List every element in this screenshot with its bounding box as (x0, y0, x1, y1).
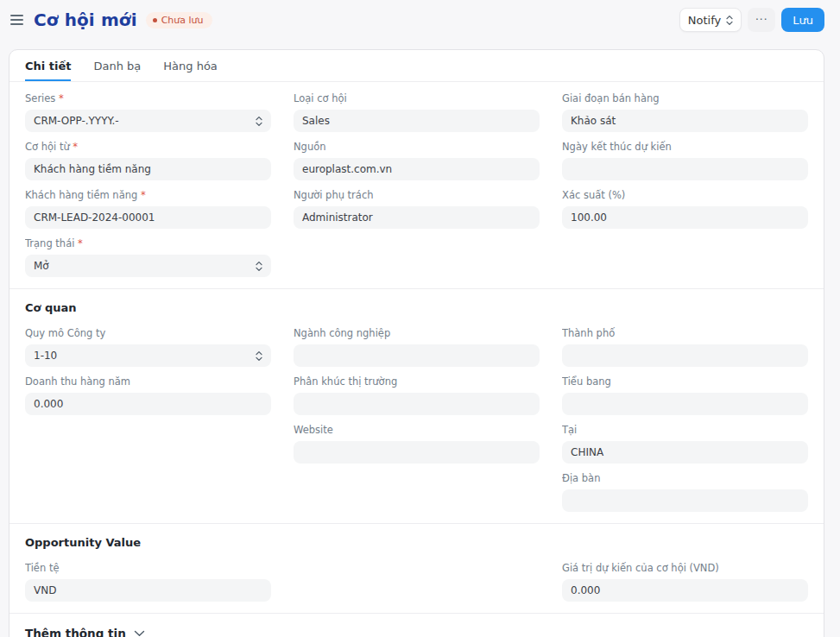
tab-details[interactable]: Chi tiết (25, 50, 71, 81)
field-status: Trạng thái Mở (25, 237, 271, 277)
field-label: Người phụ trách (294, 189, 540, 201)
section-title: Thêm thông tin (25, 627, 126, 637)
field-label: Ngày kết thúc dự kiến (562, 141, 808, 153)
field-label: Tiền tệ (25, 562, 271, 574)
section-title: Cơ quan (25, 301, 808, 314)
series-select[interactable]: CRM-OPP-.YYYY.- (25, 110, 271, 132)
tab-contacts[interactable]: Danh bạ (93, 50, 141, 81)
lead-value: CRM-LEAD-2024-00001 (34, 211, 155, 224)
organization-column-2: Ngành công nghiệp Phân khúc thị trường W… (294, 327, 540, 472)
notify-button[interactable]: Notify (679, 8, 742, 32)
field-label: Xác suất (%) (562, 189, 808, 201)
chevron-down-icon (134, 630, 145, 637)
chevron-updown-icon (256, 350, 262, 362)
section-details: Series CRM-OPP-.YYYY.- Cơ hội từ Khách h… (9, 82, 824, 289)
field-currency: Tiền tệ VND (25, 562, 271, 602)
website-input[interactable] (294, 441, 540, 464)
owner-input[interactable]: Administrator (294, 206, 540, 229)
details-column-2: Loại cơ hội Sales Nguồn europlast.com.vn… (294, 92, 540, 237)
status-badge-label: Chưa lưu (161, 15, 204, 26)
field-label: Nguồn (294, 141, 540, 153)
source-input[interactable]: europlast.com.vn (294, 158, 540, 180)
city-input[interactable] (562, 344, 808, 367)
save-button[interactable]: Lưu (781, 8, 824, 32)
field-lead: Khách hàng tiềm năng CRM-LEAD-2024-00001 (25, 189, 271, 229)
field-expected-closing: Ngày kết thúc dự kiến (562, 141, 808, 180)
field-annual-revenue: Doanh thu hàng năm 0.000 (25, 375, 271, 415)
more-options-button[interactable]: ··· (748, 8, 775, 32)
details-column-3: Giai đoạn bán hàng Khảo sát Ngày kết thú… (562, 92, 808, 237)
field-label: Series (25, 92, 271, 104)
field-label: Trạng thái (25, 237, 271, 249)
field-label: Phân khúc thị trường (294, 375, 540, 388)
form-card: Chi tiết Danh bạ Hàng hóa Series CRM-OPP… (9, 49, 824, 637)
field-label: Tiểu bang (562, 375, 808, 388)
probability-value: 100.00 (571, 211, 607, 224)
opportunity-type-input[interactable]: Sales (294, 110, 540, 132)
field-label: Website (294, 424, 540, 436)
field-opportunity-type: Loại cơ hội Sales (294, 92, 540, 132)
hamburger-icon[interactable] (9, 11, 25, 28)
territory-input[interactable] (562, 489, 808, 512)
header-actions: Notify ··· Lưu (679, 8, 824, 32)
field-label: Giá trị dự kiến của cơ hội (VND) (562, 562, 808, 574)
chevron-updown-icon (726, 15, 733, 26)
form-tabs: Chi tiết Danh bạ Hàng hóa (9, 50, 824, 82)
company-size-value: 1-10 (34, 350, 57, 362)
field-sales-stage: Giai đoạn bán hàng Khảo sát (562, 92, 808, 132)
field-label: Doanh thu hàng năm (25, 375, 271, 388)
field-city: Thành phố (562, 327, 808, 367)
field-territory: Địa bàn (562, 472, 808, 512)
field-website: Website (294, 424, 540, 464)
tab-items[interactable]: Hàng hóa (163, 50, 218, 81)
field-company-size: Quy mô Công ty 1-10 (25, 327, 271, 367)
field-owner: Người phụ trách Administrator (294, 189, 540, 229)
market-segment-input[interactable] (294, 393, 540, 415)
opportunity-from-input[interactable]: Khách hàng tiềm năng (25, 158, 271, 180)
field-opportunity-amount: Giá trị dự kiến của cơ hội (VND) 0.000 (562, 562, 808, 602)
organization-column-3: Thành phố Tiểu bang Tại CHINA (562, 327, 808, 520)
annual-revenue-input[interactable]: 0.000 (25, 393, 271, 415)
field-label: Quy mô Công ty (25, 327, 271, 339)
owner-value: Administrator (302, 211, 373, 224)
opportunity-amount-input[interactable]: 0.000 (562, 579, 808, 602)
field-opportunity-from: Cơ hội từ Khách hàng tiềm năng (25, 141, 271, 180)
status-dot-icon (153, 18, 157, 22)
field-label: Khách hàng tiềm năng (25, 189, 271, 201)
opportunity-amount-value: 0.000 (571, 584, 600, 596)
field-label: Địa bàn (562, 472, 808, 484)
field-label: Cơ hội từ (25, 141, 271, 153)
currency-value: VND (34, 584, 56, 596)
section-organization: Cơ quan Quy mô Công ty 1-10 Doanh thu hà… (9, 289, 824, 524)
field-label: Giai đoạn bán hàng (562, 92, 808, 104)
expected-closing-input[interactable] (562, 158, 808, 180)
status-select[interactable]: Mở (25, 255, 271, 277)
probability-input[interactable]: 100.00 (562, 206, 808, 229)
field-market-segment: Phân khúc thị trường (294, 375, 540, 415)
organization-column-1: Quy mô Công ty 1-10 Doanh thu hàng năm 0… (25, 327, 271, 424)
field-state: Tiểu bang (562, 375, 808, 415)
sales-stage-value: Khảo sát (571, 115, 616, 127)
company-size-select[interactable]: 1-10 (25, 344, 271, 367)
field-country: Tại CHINA (562, 424, 808, 464)
opportunity-value-column-3: Giá trị dự kiến của cơ hội (VND) 0.000 (562, 562, 808, 610)
opportunity-type-value: Sales (302, 115, 330, 127)
country-input[interactable]: CHINA (562, 441, 808, 464)
ellipsis-icon: ··· (755, 14, 767, 26)
lead-input[interactable]: CRM-LEAD-2024-00001 (25, 206, 271, 229)
field-probability: Xác suất (%) 100.00 (562, 189, 808, 229)
more-info-toggle[interactable]: Thêm thông tin (25, 624, 808, 637)
notify-button-label: Notify (688, 14, 721, 27)
details-column-1: Series CRM-OPP-.YYYY.- Cơ hội từ Khách h… (25, 92, 271, 286)
currency-input[interactable]: VND (25, 579, 271, 602)
status-badge: Chưa lưu (146, 12, 212, 28)
field-label: Tại (562, 424, 808, 436)
industry-input[interactable] (294, 344, 540, 367)
annual-revenue-value: 0.000 (34, 398, 63, 410)
sales-stage-input[interactable]: Khảo sát (562, 110, 808, 132)
field-source: Nguồn europlast.com.vn (294, 141, 540, 180)
opportunity-value-column-1: Tiền tệ VND (25, 562, 271, 610)
field-industry: Ngành công nghiệp (294, 327, 540, 367)
field-series: Series CRM-OPP-.YYYY.- (25, 92, 271, 132)
state-input[interactable] (562, 393, 808, 415)
